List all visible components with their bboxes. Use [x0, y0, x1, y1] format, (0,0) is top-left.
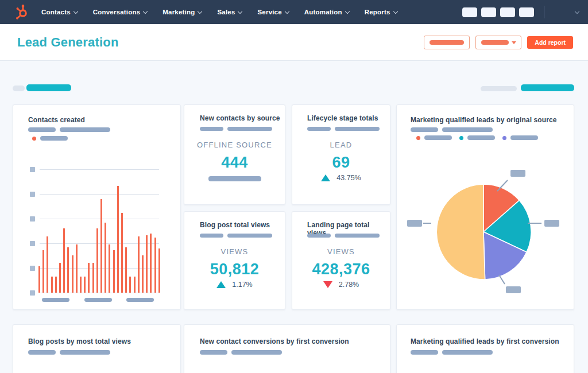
bar: [92, 263, 94, 293]
caret-down-icon: [512, 41, 516, 44]
gridline: [40, 293, 159, 293]
x-label-placeholder: [42, 298, 69, 302]
nav-action-icon[interactable]: [500, 7, 515, 17]
placeholder-bar: [200, 234, 223, 238]
bar: [158, 248, 160, 293]
nav-item-automation[interactable]: Automation: [304, 9, 349, 15]
delta-up-icon: [321, 174, 330, 181]
subtitle-placeholder: [307, 234, 380, 238]
filter-chip[interactable]: [13, 86, 25, 91]
contacts-created-bars: [38, 184, 160, 293]
subtitle-placeholder: [200, 234, 272, 238]
placeholder-bar: [411, 127, 438, 132]
subtitle-placeholder: [307, 127, 380, 131]
redacted-button-label: [430, 40, 464, 45]
chart-legend: [32, 136, 68, 141]
chevron-down-icon: [285, 9, 289, 13]
y-tick-placeholder: [30, 167, 35, 172]
delta-value: 1.17%: [232, 281, 252, 289]
bar: [38, 266, 40, 293]
chevron-down-icon: [575, 9, 579, 13]
nav-item-sales[interactable]: Sales: [217, 9, 242, 15]
placeholder-bar: [442, 350, 493, 355]
placeholder-bar: [335, 234, 380, 238]
placeholder-bar: [467, 135, 495, 140]
dashboard-dropdown-button[interactable]: [475, 36, 521, 49]
card-title: New contact conversions by first convers…: [200, 337, 349, 345]
placeholder-bar: [28, 127, 56, 132]
placeholder-bar: [227, 234, 272, 238]
nav-menu: Contacts Conversations Marketing Sales S…: [41, 9, 397, 15]
card-title: Marketing qualified leads by original so…: [411, 116, 556, 124]
nav-item-marketing[interactable]: Marketing: [163, 9, 202, 15]
hubspot-logo-icon[interactable]: [14, 3, 31, 21]
bar: [150, 234, 152, 293]
subtitle-placeholder: [200, 350, 282, 355]
nav-item-label: Automation: [304, 9, 342, 15]
metric-delta: 43.75%: [292, 174, 390, 182]
metric-value: 50,812: [184, 261, 285, 278]
subtitle-placeholder: [200, 127, 272, 131]
filter-chip-active[interactable]: [26, 84, 71, 91]
delta-value: 43.75%: [336, 174, 361, 182]
placeholder-bar: [208, 176, 261, 181]
placeholder-bar: [200, 127, 223, 131]
nav-divider: [544, 6, 544, 18]
chevron-down-icon: [238, 9, 242, 13]
metric-label: LEAD: [292, 141, 390, 149]
slice-yellow: [436, 184, 485, 279]
nav-item-service[interactable]: Service: [257, 9, 288, 15]
filter-chip[interactable]: [481, 86, 517, 91]
pie-label-placeholder: [506, 286, 521, 293]
nav-action-icon[interactable]: [462, 7, 477, 17]
bar: [105, 223, 106, 293]
redacted-button-label: [481, 40, 509, 45]
gridline: [40, 169, 159, 170]
card-lifecycle-stage-totals: Lifecycle stage totals LEAD 69 43.75%: [292, 104, 390, 205]
nav-item-reports[interactable]: Reports: [365, 9, 397, 15]
placeholder-bar: [60, 127, 110, 132]
dashboard-actions-button[interactable]: [424, 36, 470, 49]
nav-right-actions: [462, 0, 588, 24]
card-landing-page-total-views: Landing page total views VIEWS 428,376 2…: [292, 211, 390, 310]
bar: [59, 263, 61, 293]
nav-item-label: Marketing: [163, 9, 195, 15]
card-mql-by-first-conversion: Marketing qualified leads by first conve…: [396, 324, 574, 373]
card-blog-post-total-views: Blog post total views VIEWS 50,812 1.17%: [184, 211, 285, 310]
chevron-down-icon: [345, 9, 349, 13]
x-label-placeholder: [84, 298, 112, 302]
y-tick-placeholder: [30, 266, 35, 271]
nav-item-contacts[interactable]: Contacts: [41, 9, 78, 15]
card-title: Blog post total views: [200, 221, 270, 229]
chevron-down-icon: [198, 9, 202, 13]
y-tick-placeholder: [30, 216, 35, 222]
nav-action-icon[interactable]: [519, 7, 534, 17]
filter-chip-active[interactable]: [521, 84, 574, 91]
metric-value: 428,376: [292, 261, 390, 278]
card-title: Lifecycle stage totals: [307, 114, 378, 122]
placeholder-bar: [442, 127, 493, 132]
metric-value: 69: [292, 154, 390, 172]
bar: [88, 263, 90, 293]
bar: [80, 277, 82, 293]
bar: [125, 247, 127, 293]
nav-item-conversations[interactable]: Conversations: [93, 9, 147, 15]
user-menu[interactable]: [552, 5, 579, 20]
bar: [121, 213, 123, 293]
card-title: Contacts created: [28, 116, 85, 124]
placeholder-bar: [60, 350, 110, 355]
page-title: Lead Generation: [17, 35, 119, 50]
card-contacts-created: Contacts created: [13, 104, 181, 310]
chevron-down-icon: [74, 9, 78, 13]
bar: [109, 244, 110, 293]
placeholder-bar: [231, 350, 282, 355]
placeholder-bar: [40, 136, 68, 141]
page-header: Lead Generation Add report: [0, 24, 588, 61]
placeholder-bar: [411, 350, 438, 355]
placeholder-bar: [335, 127, 380, 131]
y-tick-placeholder: [30, 241, 35, 246]
nav-item-label: Sales: [217, 9, 235, 15]
nav-action-icon[interactable]: [481, 7, 496, 17]
placeholder-bar: [307, 234, 331, 238]
add-report-button[interactable]: Add report: [527, 36, 573, 49]
